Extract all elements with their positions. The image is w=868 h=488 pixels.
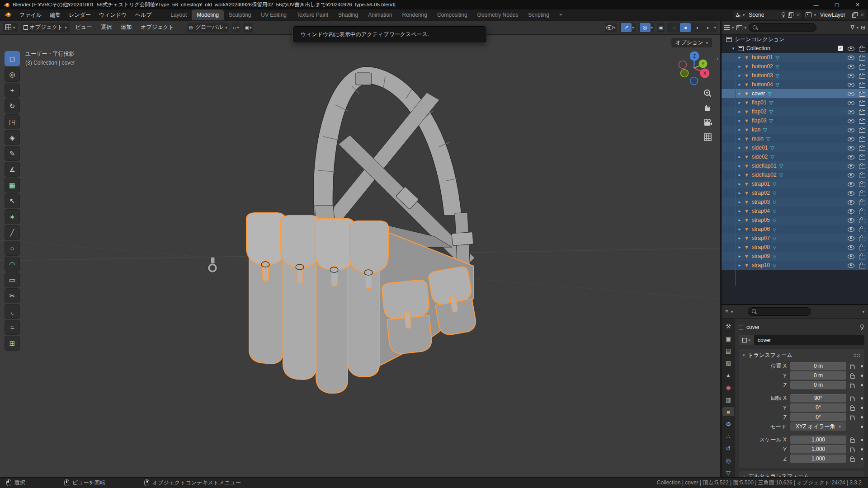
workspace-tab[interactable]: Layout (165, 9, 192, 20)
number-field[interactable]: 0 m (790, 381, 846, 389)
minimize-button[interactable]: — (806, 0, 826, 9)
chevron-down-icon[interactable]: ▾ (862, 310, 864, 314)
add-arc-tool[interactable]: ◠ (5, 257, 20, 272)
collapse-arrow-icon[interactable]: ▼ (731, 47, 735, 51)
workspace-tab[interactable]: + (554, 9, 567, 20)
annotate-tool[interactable]: ✎ (5, 146, 20, 161)
render-visibility-icon[interactable] (859, 236, 865, 241)
workspace-tab[interactable]: Rendering (397, 9, 432, 20)
hide-eye-icon[interactable] (848, 136, 854, 141)
animate-dot[interactable] (861, 407, 863, 409)
scene-selector[interactable]: ▾ Scene ✕ (733, 10, 802, 19)
hide-eye-icon[interactable] (848, 73, 854, 78)
hide-eye-icon[interactable] (848, 91, 854, 96)
outliner-object-row[interactable]: ► ▼ flap01 ▽ (722, 98, 868, 107)
lock-icon[interactable] (850, 373, 855, 379)
number-field[interactable]: 1.000 (790, 445, 846, 454)
animate-dot[interactable] (861, 397, 863, 399)
knife-tool[interactable]: ✂ (5, 288, 20, 303)
animate-dot[interactable] (861, 458, 863, 460)
workspace-tab[interactable]: Geometry Nodes (472, 9, 524, 20)
outliner-object-row[interactable]: ► ▼ side01 ▽ (722, 143, 868, 152)
outliner-object-row[interactable]: ► ▼ side02 ▽ (722, 152, 868, 161)
lock-icon[interactable] (850, 415, 855, 420)
expand-arrow-icon[interactable]: ► (738, 155, 741, 159)
expand-arrow-icon[interactable]: ► (738, 254, 741, 258)
gizmo-icon[interactable]: ↗ (621, 23, 632, 32)
viewport-menu[interactable]: ビュー (72, 23, 95, 31)
collection[interactable]: ▥ (722, 395, 734, 404)
outliner-object-row[interactable]: ► ▼ sideflap01 ▽ (722, 161, 868, 170)
workspace-tab[interactable]: Animation (363, 9, 397, 20)
animate-dot[interactable] (861, 448, 863, 450)
outliner-object-row[interactable]: ► ▼ cover ▽ (722, 89, 868, 98)
expand-arrow-icon[interactable]: ► (738, 83, 741, 87)
hide-eye-icon[interactable] (848, 109, 854, 114)
outliner-object-row[interactable]: ► ▼ sideflap02 ▽ (722, 170, 868, 179)
shading-solid-button[interactable]: ● (680, 23, 691, 32)
render-visibility-icon[interactable] (859, 263, 865, 268)
viewport-menu[interactable]: 追加 (118, 23, 135, 31)
expand-arrow-icon[interactable]: ► (738, 137, 741, 141)
move-tool[interactable]: + (5, 83, 20, 98)
zoom-button[interactable] (702, 88, 713, 99)
outliner-search-input[interactable] (749, 23, 816, 32)
viewlayer-selector[interactable]: ▾ ViewLayer ✕ (804, 10, 866, 19)
outliner-object-row[interactable]: ► ▼ strap04 ▽ (722, 206, 868, 216)
outliner-object-row[interactable]: ► ▼ button02 ▽ (722, 62, 868, 71)
object-id-icon-button[interactable]: ▾ (739, 335, 754, 345)
add-grid-tool[interactable]: ⊞ (5, 336, 20, 351)
shading-wireframe-button[interactable]: ◌ (669, 23, 679, 32)
hide-eye-icon[interactable] (848, 254, 854, 259)
physics[interactable]: ↺ (722, 444, 734, 453)
render-visibility-icon[interactable] (859, 118, 865, 123)
render-visibility-icon[interactable] (859, 182, 865, 187)
hide-eye-icon[interactable] (848, 200, 854, 205)
orientation-selector[interactable]: ⊕ グローバル ▾ (187, 23, 229, 33)
outliner-object-row[interactable]: ► ▼ button03 ▽ (722, 71, 868, 80)
outliner-object-row[interactable]: ► ▼ strap06 ▽ (722, 225, 868, 234)
topbar-menu[interactable]: ヘルプ (131, 9, 156, 20)
animate-dot[interactable] (861, 439, 863, 441)
number-field[interactable]: 1.000 (790, 436, 846, 444)
lock-icon[interactable] (850, 437, 855, 443)
expand-arrow-icon[interactable]: ► (738, 128, 741, 132)
cursor-tool[interactable]: ◎ (5, 67, 20, 82)
hide-eye-icon[interactable] (848, 209, 854, 214)
hide-eye-icon[interactable] (848, 191, 854, 196)
expand-arrow-icon[interactable]: ► (738, 110, 741, 114)
visibility-dropdown[interactable]: ▾ (605, 23, 617, 33)
expand-arrow-icon[interactable]: ► (738, 119, 741, 123)
topbar-menu[interactable]: ウィンドウ (95, 9, 131, 20)
expand-arrow-icon[interactable]: ► (738, 173, 741, 177)
collection-row[interactable]: ▼ Collection ✓ (722, 44, 868, 53)
proportional-editing[interactable]: ◉▾ (243, 23, 253, 33)
scale-tool[interactable]: ◳ (5, 114, 20, 129)
render-visibility-icon[interactable] (859, 82, 865, 87)
animate-dot[interactable] (861, 384, 863, 386)
expand-arrow-icon[interactable]: ► (738, 146, 741, 150)
expand-arrow-icon[interactable]: ► (738, 164, 741, 168)
shading-rendered-button[interactable]: ◐ (703, 23, 713, 32)
xray-toggle[interactable]: ▣ (657, 23, 665, 33)
outliner-object-row[interactable]: ► ▼ button01 ▽ (722, 53, 868, 62)
expand-arrow-icon[interactable]: ► (738, 263, 741, 267)
data[interactable]: ▽ (722, 468, 734, 477)
outliner-object-row[interactable]: ► ▼ strap03 ▽ (722, 197, 868, 206)
outliner-object-row[interactable]: ► ▼ strap08 ▽ (722, 243, 868, 252)
hide-eye-icon[interactable] (848, 173, 854, 178)
gizmo-negz-button[interactable] (690, 77, 698, 85)
expand-arrow-icon[interactable]: ► (738, 227, 741, 231)
animate-dot[interactable] (861, 416, 863, 418)
hide-eye-icon[interactable] (848, 155, 854, 160)
outliner-object-row[interactable]: ► ▼ strap01 ▽ (722, 179, 868, 188)
maximize-button[interactable]: ▢ (826, 0, 847, 9)
view-layer[interactable]: ▧ (722, 359, 734, 368)
scene[interactable]: ▲ (722, 371, 734, 380)
render-visibility-icon[interactable] (859, 227, 865, 232)
expand-arrow-icon[interactable]: ► (738, 74, 741, 78)
navigation-gizmo[interactable]: Z Y X (673, 47, 715, 89)
hide-eye-icon[interactable] (848, 55, 854, 60)
number-field[interactable]: 0° (790, 404, 846, 412)
overlays-toggle[interactable]: ◎▾ (638, 23, 655, 33)
